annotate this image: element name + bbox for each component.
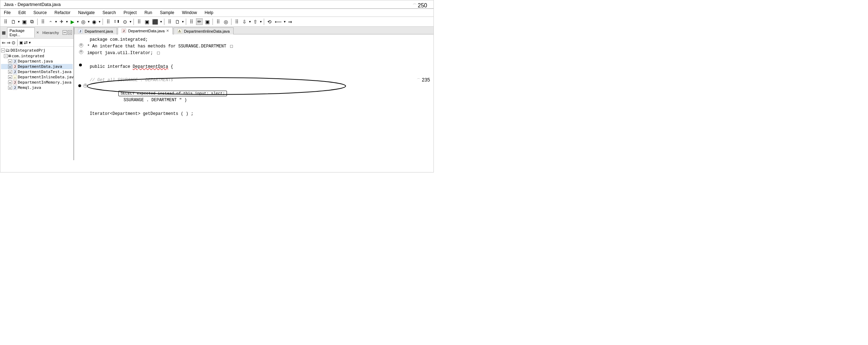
tab2-close[interactable]: ✕ [166,29,169,33]
new-java-dropdown[interactable]: ▾ [182,20,184,24]
menu-search[interactable]: Search [102,10,117,15]
view-menu-button[interactable]: ▾ [29,40,31,45]
edit-button[interactable]: ✏ [196,18,203,25]
help-button[interactable]: ▣ [204,19,210,25]
debug-dropdown[interactable]: ▾ [88,20,90,24]
tab-departmentinlinedata-java[interactable]: ⚠ DepartmentInlineData.java [174,27,234,34]
expand-box-2[interactable] [230,45,233,48]
panel-controls: ─ □ [63,30,72,35]
collapse-all-button[interactable]: ▣ [19,40,23,45]
sep-3 [133,19,134,25]
new-file-dropdown[interactable]: ▾ [18,20,20,24]
save-button[interactable]: ⧉ [29,18,35,25]
tree-item-department[interactable]: + J Department.java [1,59,73,64]
file5-expand[interactable]: + [8,80,12,84]
forward-dropdown[interactable]: ▾ [284,20,286,24]
error-box: SELECT expected instead of this input: s… [118,91,227,96]
package-explorer-close[interactable]: ✕ [36,31,39,34]
search-dropdown[interactable]: ▾ [130,20,131,24]
menu-refactor[interactable]: Refactor [54,10,71,15]
prev-annotation-button[interactable]: ⇩ [241,19,248,25]
back-button[interactable]: ⟲ [266,19,273,25]
gutter-3[interactable]: ⊕ [78,50,85,54]
views-button[interactable]: ⬛ [151,19,159,25]
tree-item-departmentdatatest[interactable]: + J DepartmentDataTest.java [1,69,73,74]
file3-expand[interactable]: + [8,70,12,74]
tree-root[interactable]: − 🗂 DOIntegratedPrj [1,47,73,53]
toolbar-grip-4: ⠿ [136,19,142,25]
new-file-button[interactable]: 🗋 [10,19,17,25]
menu-edit[interactable]: Edit [18,10,26,15]
forward-button[interactable]: ⟵ [274,19,282,25]
expand-box-3[interactable] [157,52,160,54]
prev-annotation-dropdown[interactable]: ▾ [249,20,251,24]
app-window: ⌒250 Java - DepartmentData.java File Edi… [0,0,434,172]
collapse-3-icon[interactable]: ⊕ [79,50,83,54]
breakpoint-8[interactable] [78,84,81,87]
root-expand[interactable]: − [1,48,5,52]
tree-item-memql[interactable]: + J Memql.java [1,85,73,90]
refactor-button[interactable]: ✈ [58,19,65,25]
extern-tools-button[interactable]: ⇧⬆ [113,19,120,24]
coverage-button[interactable]: ◉ [91,19,97,25]
history-dropdown[interactable]: ▾ [55,20,57,24]
file6-expand[interactable]: + [8,86,12,90]
minimize-panel-button[interactable]: ─ [63,30,67,35]
tab-departmentdata-java[interactable]: J DepartmentData.java ✕ [118,27,173,34]
tree-item-departmentinlinedata[interactable]: + ⚠ DepartmentInlineData.java [1,74,73,80]
open-button[interactable]: ▣ [21,19,27,25]
maximize-panel-button[interactable]: □ [68,30,72,35]
menu-help[interactable]: Help [204,10,214,15]
collapse-8-icon[interactable]: ⊖ [83,84,87,88]
menu-window[interactable]: Window [181,10,198,15]
nav-back-button[interactable]: ⇐ [2,40,6,45]
menu-file[interactable]: File [3,10,11,15]
refactor-dropdown[interactable]: ▾ [66,20,68,24]
run-dropdown[interactable]: ▾ [77,20,79,24]
tree-package[interactable]: − ⊞ com.integrated [1,53,73,59]
menu-source[interactable]: Source [33,10,47,15]
link-button[interactable]: ⇄ [24,40,28,45]
file4-expand[interactable]: + [8,75,12,79]
tree-item-departmentinmemory[interactable]: + J DepartmentInMemory.java [1,80,73,85]
file6-icon: J [13,85,17,90]
next-annotation-button[interactable]: ⇧ [252,19,259,25]
tab-department-java[interactable]: J Department.java [74,27,117,34]
code-line-7: // Get all SSURANGE . DEPARTMENTs [78,77,430,84]
menu-run[interactable]: Run [144,10,153,15]
last-edit-button[interactable]: ⇒ [287,19,293,25]
run-button[interactable]: ▶ [69,19,76,25]
file2-expand[interactable]: + [8,65,12,69]
code-text-3: import java.util.Iterator; [85,50,430,57]
tab-hierarchy[interactable]: Hierarchy [40,30,61,35]
gutter-2[interactable]: ⊕ [78,43,85,47]
menu-navigate[interactable]: Navigate [77,10,95,15]
breakpoint-5[interactable] [79,64,82,66]
tab-package-explorer[interactable]: Package Expl... [7,27,35,38]
sep-6 [213,19,213,25]
editor-content[interactable]: package com.integrated; ⊕ * An interface… [74,34,433,160]
sep-7 [231,19,231,25]
menu-project[interactable]: Project [123,10,137,15]
file1-expand[interactable]: + [8,59,12,63]
pkg-expand[interactable]: − [4,54,8,58]
next-annotation-dropdown[interactable]: ▾ [260,20,262,24]
search-button[interactable]: ⊙ [122,19,128,25]
prev-edit-button[interactable]: 𝄐 [47,19,54,24]
open-perspective-button[interactable]: ▣ [144,19,150,25]
coverage-dropdown[interactable]: ▾ [99,20,100,24]
menu-sample[interactable]: Sample [159,10,175,15]
tab1-icon: J [78,29,83,33]
new-java-button[interactable]: 🗋 [174,19,181,25]
collapse-2-icon[interactable]: ⊕ [79,43,83,47]
tree-item-departmentdata[interactable]: + J DepartmentData.java [1,64,73,69]
sync-button[interactable]: ⊙ [12,40,15,45]
file1-label: Department.java [18,59,53,64]
debug-button[interactable]: ◎ [80,19,86,25]
squiggly-5: DepartmentData [133,64,168,69]
toolbar-grip-1: ⠿ [2,19,9,25]
code-line-9: Iterator<Department> getDepartments ( ) … [78,111,430,117]
views-dropdown[interactable]: ▾ [160,20,162,24]
marker-button[interactable]: ◎ [223,19,229,25]
nav-forward-button[interactable]: ⇒ [7,40,11,45]
